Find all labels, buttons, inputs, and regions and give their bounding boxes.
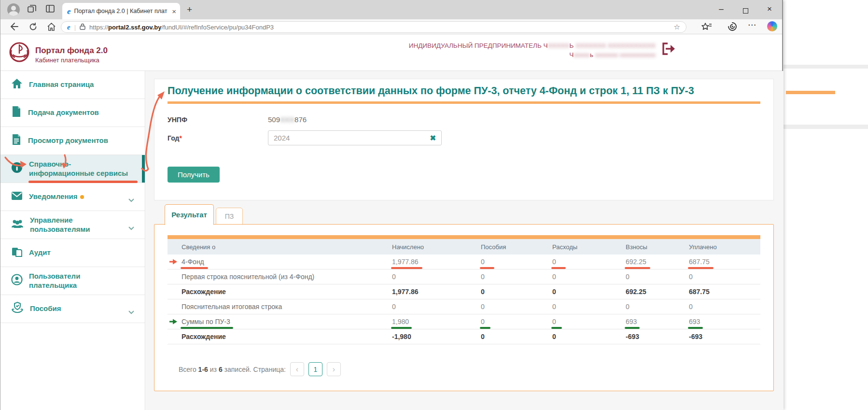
pagination-text: Всего 1-6 из 6 записей. Страница: — [179, 366, 286, 373]
chevron-down-icon — [128, 196, 134, 205]
copilot-icon[interactable] — [767, 21, 777, 31]
table-orange-bar — [168, 235, 760, 239]
users-icon — [11, 219, 24, 231]
clear-input-icon[interactable]: ✖ — [430, 134, 436, 142]
background-grey-band — [784, 65, 868, 69]
back-icon[interactable] — [9, 22, 19, 33]
user-circle-icon — [11, 274, 23, 288]
sidebar-item-home[interactable]: Главная страница — [0, 71, 145, 99]
redacted-text: ХХХ — [280, 115, 294, 124]
tab-close-icon[interactable]: × — [172, 8, 176, 15]
table-header-row: Сведения о Начислено Пособия Расходы Взн… — [168, 239, 760, 254]
window-close-button[interactable]: × — [762, 4, 777, 14]
red-arrow-icon — [169, 259, 178, 265]
sidebar-item-submit-documents[interactable]: Подача документов — [0, 99, 145, 127]
vertical-tabs-icon[interactable] — [45, 4, 55, 15]
pagination-page-button[interactable]: 1 — [308, 362, 322, 376]
table-row[interactable]: Расхождение -1,980 0 0 -693 -693 — [168, 329, 760, 344]
browser-tab[interactable]: e Портал фонда 2.0 | Кабинет плат × — [62, 3, 180, 19]
url-text: https://portal2.ssf.gov.by/fundUI/#/refI… — [89, 24, 274, 31]
window-minimize-button[interactable]: – — [714, 4, 728, 14]
redacted-text: ххххх — [574, 51, 590, 58]
tab-title: Портал фонда 2.0 | Кабинет плат — [74, 8, 169, 14]
site-header: Портал фонда 2.0 Кабинет плательщика ИНД… — [0, 34, 782, 71]
page-title: Получение информации о соответствии данн… — [168, 85, 760, 97]
year-label: Год* — [168, 134, 268, 142]
fund-logo-icon — [8, 41, 31, 67]
new-tab-button[interactable]: + — [187, 4, 192, 15]
divider: | — [74, 24, 76, 31]
table-row[interactable]: Первая строка пояснительной (из 4-Фонд) … — [168, 269, 760, 284]
user-line2: Чхххххь ххххххх ххххххххххх — [409, 50, 656, 59]
benefits-shield-icon — [11, 301, 24, 316]
chevron-down-icon — [128, 308, 134, 317]
ie-icon: e — [67, 24, 70, 31]
pagination: Всего 1-6 из 6 записей. Страница: ‹ 1 › — [179, 362, 760, 376]
redacted-text: ХХХХХХХ ХХХХХХХХХХХ — [575, 42, 656, 49]
audit-icon — [11, 246, 23, 260]
favorites-bar-icon[interactable] — [701, 22, 712, 33]
ie-favicon: e — [67, 7, 71, 15]
unpf-label: УНПФ — [168, 116, 268, 124]
home-icon — [11, 78, 23, 91]
home-icon[interactable] — [47, 22, 56, 33]
sidebar-item-notifications[interactable]: Уведомления — [0, 183, 145, 211]
tab-result[interactable]: Результат — [165, 204, 214, 225]
tab-groups-icon[interactable] — [27, 4, 37, 15]
brand-title: Портал фонда 2.0 — [35, 46, 108, 56]
green-arrow-icon — [169, 319, 178, 325]
user-line1: ИНДИВИДУАЛЬНЫЙ ПРЕДПРИНИМАТЕЛЬ ЧХХХХХЬ Х… — [409, 41, 656, 50]
tab-pz[interactable]: ПЗ — [216, 208, 243, 225]
lock-icon[interactable] — [80, 23, 85, 31]
year-value: 2024 — [274, 134, 290, 142]
redacted-text: ххххххх ххххххххххх — [595, 51, 656, 58]
result-panel: Сведения о Начислено Пособия Расходы Взн… — [154, 224, 774, 391]
sidebar-item-payer-users[interactable]: Пользователи плательщика — [0, 267, 145, 295]
sidebar-item-benefits[interactable]: Пособия — [0, 295, 145, 323]
pagination-next-button[interactable]: › — [327, 362, 341, 376]
user-info: ИНДИВИДУАЛЬНЫЙ ПРЕДПРИНИМАТЕЛЬ ЧХХХХХЬ Х… — [409, 41, 656, 59]
refresh-icon[interactable] — [28, 22, 38, 33]
browser-tabstrip: e Портал фонда 2.0 | Кабинет плат × + – … — [0, 0, 782, 19]
table-row[interactable]: Суммы по ПУ-3 1,980 0 0 693 693 — [168, 314, 760, 329]
browser-window: e Портал фонда 2.0 | Кабинет плат × + – … — [0, 0, 783, 410]
required-asterisk: * — [180, 134, 182, 142]
document-lines-icon — [11, 134, 22, 148]
unpf-value: 509ХХХ876 — [268, 115, 760, 124]
info-circle-icon — [11, 162, 23, 176]
document-icon — [11, 106, 22, 120]
address-bar[interactable]: e | https://portal2.ssf.gov.by/fundUI/#/… — [61, 21, 686, 33]
profile-avatar-icon[interactable] — [7, 3, 20, 16]
table-row[interactable]: 4-Фонд 1,977.86 0 0 692.25 687.75 — [168, 254, 760, 269]
chevron-down-icon — [128, 224, 134, 233]
window-maximize-button[interactable] — [738, 6, 753, 16]
title-underline — [168, 101, 760, 104]
sidebar-item-view-documents[interactable]: Просмотр документов — [0, 127, 145, 155]
sidebar-item-reference-services[interactable]: Справочно-информационные сервисы — [0, 155, 145, 183]
logout-icon[interactable] — [660, 42, 677, 58]
sidebar-item-user-management[interactable]: Управление пользователями — [0, 211, 145, 239]
browser-menu-icon[interactable]: ⋯ — [748, 20, 756, 30]
year-input[interactable]: 2024 ✖ — [268, 130, 442, 145]
submit-button[interactable]: Получить — [168, 167, 220, 183]
sidebar: Главная страница Подача документов Просм… — [0, 71, 145, 410]
envelope-icon — [11, 191, 23, 203]
table-row[interactable]: Пояснительная итоговая строка 0 0 0 0 0 — [168, 299, 760, 314]
background-grey-band — [784, 125, 868, 129]
background-window-strip — [784, 0, 868, 410]
redacted-text: ХХХХХ — [548, 42, 570, 49]
pagination-prev-button[interactable]: ‹ — [290, 362, 304, 376]
sidebar-item-audit[interactable]: Аудит — [0, 239, 145, 267]
browser-essentials-icon[interactable] — [728, 22, 737, 33]
favorite-star-icon[interactable]: ☆ — [674, 23, 680, 31]
brand-subtitle: Кабинет плательщика — [35, 57, 99, 64]
table-row[interactable]: Расхождение 1,977.86 0 0 692.25 687.75 — [168, 284, 760, 299]
form-card: Получение информации о соответствии данн… — [154, 79, 774, 200]
notification-dot — [80, 195, 84, 199]
background-orange-line — [786, 91, 835, 94]
main-content: Получение информации о соответствии данн… — [146, 71, 784, 410]
